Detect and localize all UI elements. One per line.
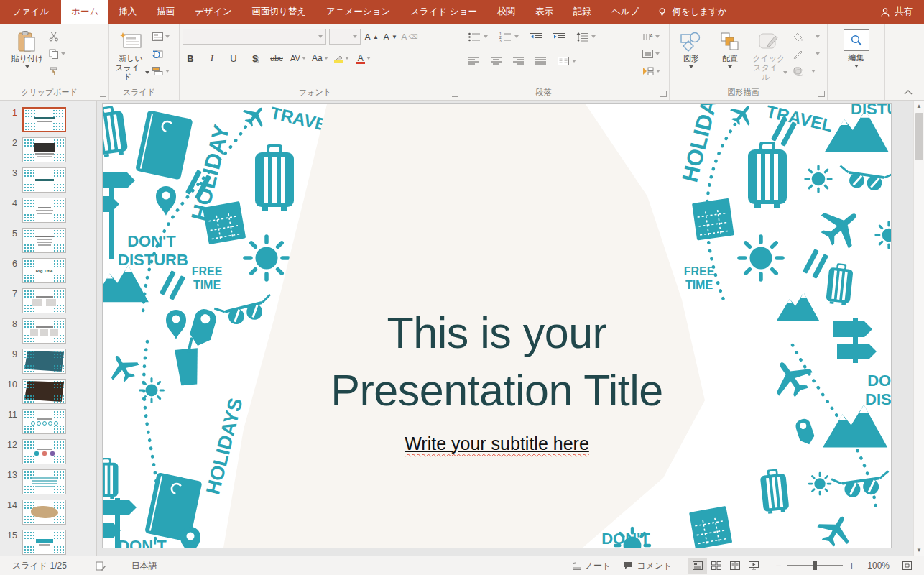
cut-button[interactable]	[47, 30, 67, 43]
quick-styles-button[interactable]: クイック スタイル	[750, 27, 787, 86]
spell-check-indicator[interactable]	[89, 556, 112, 575]
change-case-button[interactable]: Aa	[312, 50, 328, 66]
slide-editor[interactable]: GUIDE TRAVEL HOLIDAY TRAVEL 300 KM 100 K…	[103, 104, 891, 548]
tab-transitions[interactable]: 画面切り替え	[241, 0, 316, 24]
zoom-slider-thumb[interactable]	[813, 561, 817, 570]
tab-review[interactable]: 校閲	[487, 0, 525, 24]
tab-animations[interactable]: アニメーション	[316, 0, 400, 24]
align-center-button[interactable]	[491, 57, 502, 65]
line-spacing-button[interactable]	[576, 32, 588, 42]
normal-view-button[interactable]	[688, 558, 707, 574]
collapse-ribbon-button[interactable]	[904, 88, 913, 96]
italic-button[interactable]: I	[204, 50, 220, 66]
decrease-indent-button[interactable]	[530, 32, 542, 41]
font-color-button[interactable]: A	[356, 50, 371, 66]
slide-thumbnail-1[interactable]	[22, 107, 66, 132]
vertical-scrollbar[interactable]: ▲ ▼	[913, 101, 924, 556]
clear-formatting-button[interactable]: A⌫	[401, 29, 417, 45]
scrollbar-track[interactable]	[914, 111, 924, 545]
editing-button[interactable]: 編集	[838, 27, 875, 86]
strikethrough-button[interactable]: abc	[269, 50, 285, 66]
scroll-down-button[interactable]: ▼	[914, 545, 924, 556]
slideshow-view-button[interactable]	[744, 558, 763, 574]
character-spacing-button[interactable]: AV	[290, 50, 306, 66]
copy-button[interactable]	[47, 47, 67, 60]
shape-outline-button[interactable]	[792, 47, 821, 60]
zoom-in-button[interactable]: +	[848, 560, 855, 571]
font-dialog-launcher[interactable]	[452, 91, 458, 97]
language-indicator[interactable]: 日本語	[125, 556, 164, 575]
drawing-dialog-launcher[interactable]	[818, 91, 825, 97]
bold-button[interactable]: B	[183, 50, 198, 66]
tab-file[interactable]: ファイル	[0, 0, 61, 24]
paragraph-dialog-launcher[interactable]	[660, 91, 667, 97]
slide-thumbnail-11[interactable]	[22, 409, 66, 434]
tab-record[interactable]: 記録	[563, 0, 601, 24]
notes-button[interactable]: ノート	[565, 560, 618, 572]
zoom-level[interactable]: 100%	[861, 561, 896, 571]
slide-thumbnail-14[interactable]	[22, 500, 66, 525]
slide-thumbnail-10[interactable]	[22, 379, 66, 404]
scroll-up-button[interactable]: ▲	[914, 101, 924, 111]
underline-button[interactable]: U	[226, 50, 241, 66]
zoom-slider[interactable]	[787, 565, 843, 566]
tab-view[interactable]: 表示	[525, 0, 563, 24]
convert-smartart-button[interactable]	[641, 65, 662, 78]
columns-button[interactable]	[558, 57, 569, 65]
tab-draw[interactable]: 描画	[147, 0, 185, 24]
justify-button[interactable]	[535, 57, 546, 65]
slide-sorter-view-button[interactable]	[707, 558, 726, 574]
font-name-combo[interactable]	[183, 29, 326, 45]
slide-thumbnail-6[interactable]: Big Title	[22, 258, 66, 283]
slide-counter[interactable]: スライド 1/25	[6, 556, 73, 575]
zoom-out-button[interactable]: −	[775, 560, 782, 571]
slide-thumbnail-4[interactable]	[22, 198, 66, 223]
numbering-button[interactable]: 123	[499, 32, 512, 42]
slide-thumbnail-5[interactable]	[22, 228, 66, 253]
font-size-combo[interactable]	[329, 29, 361, 45]
slide-thumbnail-12[interactable]	[22, 439, 66, 464]
reading-view-button[interactable]	[726, 558, 744, 574]
shapes-button[interactable]: 図形	[673, 27, 710, 86]
share-button[interactable]: 共有	[869, 0, 924, 24]
reset-slide-button[interactable]	[151, 47, 171, 60]
bullets-button[interactable]	[468, 32, 481, 42]
slide-thumbnail-2[interactable]	[22, 137, 66, 162]
tab-design[interactable]: デザイン	[185, 0, 241, 24]
slide-title[interactable]: This is your Presentation Title	[103, 304, 891, 419]
highlight-color-button[interactable]	[334, 50, 350, 66]
slide-thumbnail-13[interactable]	[22, 469, 66, 494]
slide-thumbnail-3[interactable]	[22, 167, 66, 193]
slide-thumbnail-9[interactable]	[22, 349, 66, 374]
slide-thumbnail-15[interactable]	[22, 530, 66, 555]
increase-indent-button[interactable]	[553, 32, 565, 41]
shapes-label: 図形	[683, 54, 699, 63]
increase-font-button[interactable]: A▲	[364, 29, 379, 45]
align-left-button[interactable]	[468, 57, 479, 65]
slide-thumbnail-8[interactable]	[22, 318, 66, 344]
tab-home[interactable]: ホーム	[61, 0, 108, 24]
comments-button[interactable]: コメント	[617, 560, 678, 572]
text-direction-button[interactable]: A	[641, 30, 662, 43]
fit-slide-button[interactable]	[896, 561, 918, 570]
slide-layout-button[interactable]	[151, 30, 171, 43]
new-slide-button[interactable]: 新しい スライド	[112, 27, 149, 86]
scrollbar-thumb[interactable]	[915, 113, 923, 160]
text-shadow-button[interactable]: S	[247, 50, 263, 66]
align-text-button[interactable]	[641, 47, 662, 60]
format-painter-button[interactable]	[47, 65, 67, 78]
paste-button[interactable]: 貼り付け	[9, 27, 46, 86]
clipboard-dialog-launcher[interactable]	[100, 91, 106, 97]
tab-slideshow[interactable]: スライド ショー	[400, 0, 487, 24]
tab-help[interactable]: ヘルプ	[601, 0, 649, 24]
section-button[interactable]	[151, 65, 171, 78]
shape-fill-button[interactable]	[792, 30, 821, 43]
tell-me-box[interactable]: 何をしますか	[649, 0, 735, 24]
slide-thumbnail-7[interactable]	[22, 288, 66, 313]
decrease-font-button[interactable]: A▼	[382, 29, 398, 45]
shape-effects-button[interactable]	[792, 65, 821, 78]
arrange-button[interactable]: 配置	[711, 27, 749, 86]
tab-insert[interactable]: 挿入	[108, 0, 147, 24]
align-right-button[interactable]	[513, 57, 524, 65]
slide-subtitle[interactable]: Write your subtitle here	[103, 433, 891, 454]
